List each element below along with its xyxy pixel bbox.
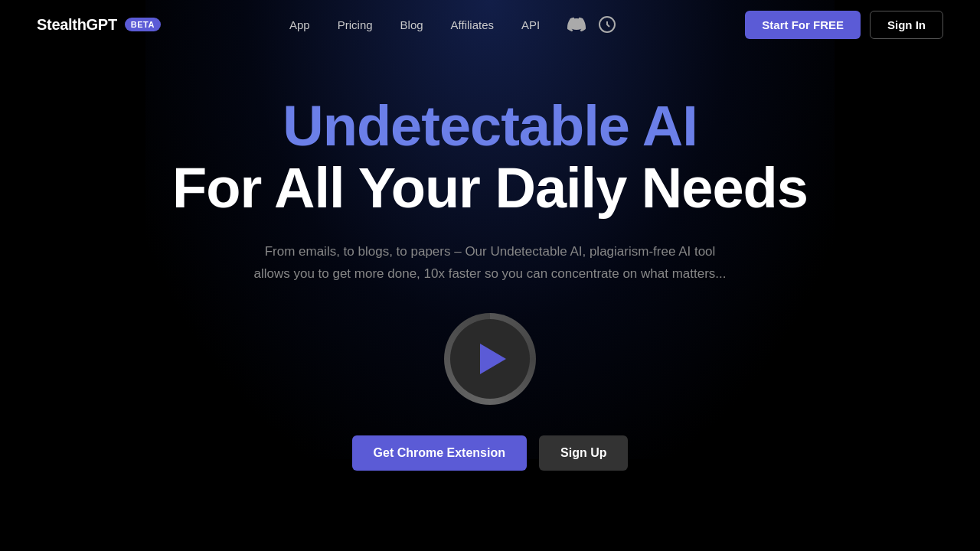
start-free-button[interactable]: Start For FREE — [745, 11, 861, 39]
sign-up-button[interactable]: Sign Up — [539, 435, 628, 471]
logo-text: StealthGPT — [37, 16, 117, 34]
hero-subtitle: From emails, to blogs, to papers – Our U… — [253, 241, 727, 285]
hero-title-line2: For All Your Daily Needs — [172, 157, 808, 219]
nav-icons — [567, 15, 616, 34]
nav-link-pricing[interactable]: Pricing — [338, 18, 373, 31]
hero-section: Undetectable AI For All Your Daily Needs… — [0, 49, 980, 471]
navbar: StealthGPT BETA App Pricing Blog Affilia… — [0, 0, 980, 49]
play-triangle-icon — [480, 344, 506, 374]
video-play-button[interactable] — [444, 313, 536, 405]
nav-link-app[interactable]: App — [289, 18, 310, 31]
nav-link-api[interactable]: API — [521, 18, 540, 31]
play-outer-ring[interactable] — [444, 313, 536, 405]
nav-link-affiliates[interactable]: Affiliates — [451, 18, 494, 31]
nav-link-blog[interactable]: Blog — [400, 18, 423, 31]
chrome-extension-button[interactable]: Get Chrome Extension — [352, 435, 527, 471]
navbar-actions: Start For FREE Sign In — [745, 11, 943, 39]
beta-badge: BETA — [125, 18, 161, 31]
hero-title-line1: Undetectable AI — [283, 95, 697, 157]
navbar-links: App Pricing Blog Affiliates API — [289, 15, 616, 34]
cta-buttons: Get Chrome Extension Sign Up — [352, 435, 629, 471]
privacy-icon[interactable] — [598, 15, 616, 34]
navbar-brand: StealthGPT BETA — [37, 16, 161, 34]
discord-icon[interactable] — [567, 15, 586, 34]
sign-in-button[interactable]: Sign In — [870, 11, 943, 39]
